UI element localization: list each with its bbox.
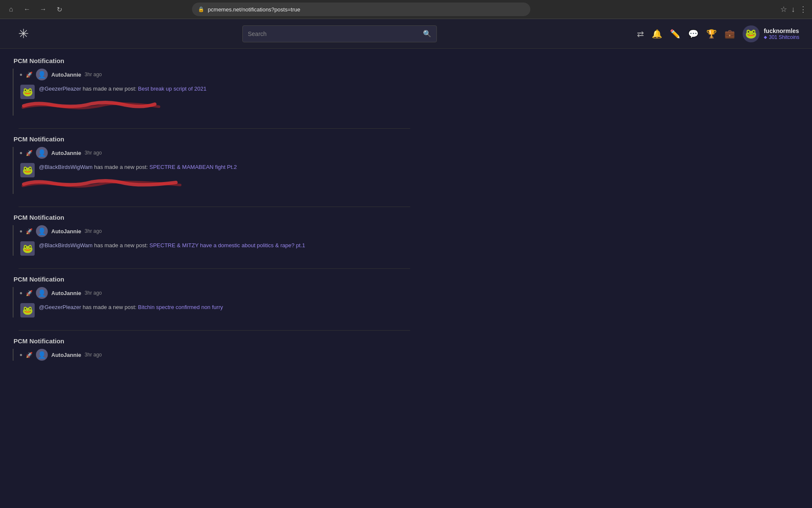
- poster-avatar: 🐸: [20, 303, 35, 318]
- notification-text: @GeezerPleazer has made a new post: Bitc…: [39, 303, 223, 312]
- jannie-username[interactable]: AutoJannie: [51, 352, 81, 358]
- header-actions: ⇄ 🔔 ✏️ 💬 🏆 💼 🐸 fucknormles ◆ 301 Shitcoi…: [637, 25, 799, 42]
- notification-block-5: PCM Notification ● 🚀 👤 AutoJannie 3hr ag…: [13, 337, 410, 361]
- jannie-username[interactable]: AutoJannie: [51, 228, 81, 235]
- refresh-button[interactable]: ↻: [53, 3, 65, 15]
- post-link[interactable]: Best break up script of 2021: [138, 86, 206, 92]
- notification-header-label: PCM Notification: [13, 135, 410, 143]
- jannie-avatar: 👤: [36, 147, 48, 159]
- notification-body: ● 🚀 👤 AutoJannie 3hr ago 🐸 @BlackBirdsWi…: [13, 225, 410, 256]
- notification-body: ● 🚀 👤 AutoJannie 3hr ago 🐸 @BlackBirdsWi…: [13, 147, 410, 194]
- meta-rocket-icon: 🚀: [26, 290, 33, 296]
- poster-avatar: 🐸: [20, 241, 35, 256]
- notification-meta: ● 🚀 👤 AutoJannie 3hr ago: [19, 69, 410, 80]
- action-text: has made a new post:: [94, 242, 149, 248]
- meta-circle-icon: ●: [19, 352, 22, 358]
- mention-user[interactable]: @GeezerPleazer: [39, 304, 81, 310]
- logo-icon: ✳: [18, 26, 29, 41]
- jannie-avatar: 👤: [36, 69, 48, 80]
- notification-divider: [19, 268, 410, 269]
- notification-content: 🐸 @BlackBirdsWigWam has made a new post:…: [19, 163, 410, 177]
- notification-text: @GeezerPleazer has made a new post: Best…: [39, 85, 206, 93]
- notification-block-4: PCM Notification ● 🚀 👤 AutoJannie 3hr ag…: [13, 276, 410, 318]
- browser-chrome: ⌂ ← → ↻ 🔒 pcmemes.net/notifications?post…: [0, 0, 812, 19]
- mention-user[interactable]: @GeezerPleazer: [39, 86, 81, 92]
- mention-user[interactable]: @BlackBirdsWigWam: [39, 242, 93, 248]
- notification-divider: [19, 207, 410, 207]
- search-bar[interactable]: 🔍: [242, 25, 437, 42]
- notification-text: @BlackBirdsWigWam has made a new post: S…: [39, 163, 237, 171]
- post-link[interactable]: SPECTRE & MITZY have a domestic about po…: [149, 242, 305, 248]
- notification-block-2: PCM Notification ● 🚀 👤 AutoJannie 3hr ag…: [13, 135, 410, 194]
- search-submit-button[interactable]: 🔍: [423, 30, 431, 38]
- wallet-icon[interactable]: 💼: [724, 29, 735, 39]
- meta-circle-icon: ●: [19, 228, 22, 234]
- jannie-avatar: 👤: [36, 349, 48, 361]
- notification-divider: [19, 128, 410, 129]
- notification-header-label: PCM Notification: [13, 214, 410, 221]
- poster-avatar: 🐸: [20, 163, 35, 177]
- notification-meta: ● 🚀 👤 AutoJannie 3hr ago: [19, 225, 410, 237]
- notification-block-1: PCM Notification ● 🚀 👤 AutoJannie 3hr ag…: [13, 57, 410, 116]
- notification-divider: [19, 330, 410, 331]
- jannie-username[interactable]: AutoJannie: [51, 72, 81, 78]
- notification-body: ● 🚀 👤 AutoJannie 3hr ago 🐸 @GeezerPleaze…: [13, 287, 410, 318]
- write-icon[interactable]: ✏️: [670, 29, 680, 39]
- jannie-avatar: 👤: [36, 225, 48, 237]
- home-button[interactable]: ⌂: [5, 3, 17, 15]
- bookmark-button[interactable]: ☆: [780, 5, 787, 14]
- trophy-icon[interactable]: 🏆: [706, 29, 717, 39]
- menu-button[interactable]: ⋮: [799, 5, 807, 14]
- notification-header-label: PCM Notification: [13, 276, 410, 283]
- meta-time: 3hr ago: [85, 72, 102, 77]
- chat-icon[interactable]: 💬: [688, 29, 699, 39]
- meta-rocket-icon: 🚀: [26, 72, 33, 78]
- notification-header-label: PCM Notification: [13, 57, 410, 64]
- meta-rocket-icon: 🚀: [26, 150, 33, 156]
- mention-user[interactable]: @BlackBirdsWigWam: [39, 164, 93, 170]
- search-input[interactable]: [248, 30, 423, 37]
- user-section[interactable]: 🐸 fucknormles ◆ 301 Shitcoins: [743, 25, 799, 42]
- browser-actions: ☆ ↓ ⋮: [780, 5, 807, 14]
- scribble-svg: [19, 97, 163, 112]
- poster-avatar: 🐸: [20, 85, 35, 99]
- notification-body: ● 🚀 👤 AutoJannie 3hr ago: [13, 349, 410, 361]
- notification-text: @BlackBirdsWigWam has made a new post: S…: [39, 241, 305, 250]
- action-text: has made a new post:: [83, 86, 138, 92]
- lock-icon: 🔒: [198, 6, 204, 12]
- post-link[interactable]: SPECTRE & MAMABEAN fight Pt.2: [149, 164, 237, 170]
- notification-block-3: PCM Notification ● 🚀 👤 AutoJannie 3hr ag…: [13, 214, 410, 256]
- notification-meta: ● 🚀 👤 AutoJannie 3hr ago: [19, 349, 410, 361]
- username-label: fucknormles: [764, 28, 799, 34]
- notification-meta: ● 🚀 👤 AutoJannie 3hr ago: [19, 287, 410, 299]
- action-text: has made a new post:: [83, 304, 138, 310]
- site-logo[interactable]: ✳: [13, 23, 34, 44]
- user-info: fucknormles ◆ 301 Shitcoins: [764, 28, 799, 40]
- notification-meta: ● 🚀 👤 AutoJannie 3hr ago: [19, 147, 410, 159]
- meta-circle-icon: ●: [19, 72, 22, 77]
- notification-header-label: PCM Notification: [13, 337, 410, 345]
- notification-content: 🐸 @GeezerPleazer has made a new post: Bi…: [19, 303, 410, 318]
- scribble-overlay: [19, 101, 163, 116]
- meta-circle-icon: ●: [19, 290, 22, 296]
- meta-time: 3hr ago: [85, 150, 102, 156]
- bell-icon[interactable]: 🔔: [652, 29, 662, 39]
- address-bar[interactable]: 🔒 pcmemes.net/notifications?posts=true: [192, 3, 530, 16]
- post-link[interactable]: Bitchin spectre confirmed non furry: [138, 304, 223, 310]
- meta-rocket-icon: 🚀: [26, 352, 33, 358]
- jannie-avatar: 👤: [36, 287, 48, 299]
- site-header: ✳ 🔍 ⇄ 🔔 ✏️ 💬 🏆 💼 🐸 fucknormles ◆ 301 Shi…: [0, 19, 812, 49]
- download-button[interactable]: ↓: [791, 5, 795, 14]
- forward-button[interactable]: →: [37, 3, 49, 15]
- meta-circle-icon: ●: [19, 150, 22, 156]
- shuffle-icon[interactable]: ⇄: [637, 29, 644, 39]
- back-button[interactable]: ←: [21, 3, 33, 15]
- coin-icon: ◆: [764, 35, 767, 39]
- jannie-username[interactable]: AutoJannie: [51, 290, 81, 296]
- scribble-svg: [19, 176, 184, 190]
- meta-time: 3hr ago: [85, 352, 102, 358]
- meta-time: 3hr ago: [85, 228, 102, 234]
- main-content: PCM Notification ● 🚀 👤 AutoJannie 3hr ag…: [0, 49, 423, 382]
- jannie-username[interactable]: AutoJannie: [51, 150, 81, 156]
- action-text: has made a new post:: [94, 164, 149, 170]
